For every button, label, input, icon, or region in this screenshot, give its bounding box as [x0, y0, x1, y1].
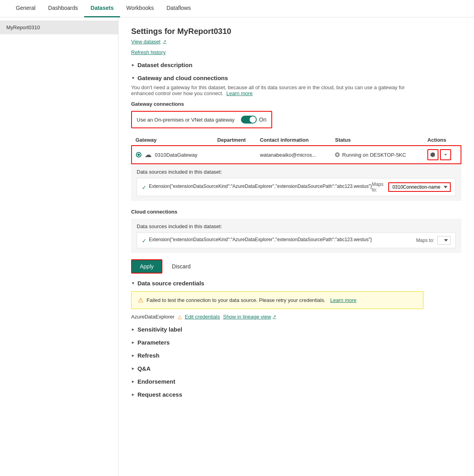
- endorsement-triangle: ►: [131, 379, 135, 384]
- check-icon: ✓: [142, 184, 147, 191]
- qa-header[interactable]: ► Q&A: [131, 365, 461, 372]
- warning-text: Failed to test the connection to your da…: [147, 297, 325, 303]
- nav-dataflows[interactable]: Dataflows: [160, 0, 197, 17]
- collapse-triangle: ►: [131, 63, 135, 67]
- qa-section: ► Q&A: [131, 365, 461, 372]
- gateway-section: ▼ Gateway and cloud connections You don'…: [131, 75, 461, 253]
- discard-button[interactable]: Discard: [166, 260, 197, 273]
- cloud-datasource-text: Extension{"extensionDataSourceKind":"Azu…: [149, 237, 372, 242]
- sidebar-item-myreport[interactable]: MyReport0310: [0, 21, 118, 34]
- gateway-toggle-row: Use an On-premises or VNet data gateway …: [131, 111, 272, 128]
- gateway-actions-cell: [423, 146, 461, 164]
- parameters-section: ► Parameters: [131, 339, 461, 346]
- gateway-table: Gateway Department Contact information S…: [131, 135, 461, 164]
- qa-triangle: ►: [131, 366, 135, 371]
- datasource-name: AzureDataExplorer: [131, 314, 175, 320]
- col-department: Department: [213, 135, 256, 146]
- edit-credentials-link[interactable]: Edit credentials: [185, 314, 220, 320]
- col-actions: Actions: [423, 135, 461, 146]
- cloud-connections-label: Cloud connections: [131, 209, 461, 215]
- credentials-warning-box: ⚠ Failed to test the connection to your …: [131, 291, 423, 309]
- col-status: Status: [331, 135, 423, 146]
- refresh-triangle: ►: [131, 353, 135, 358]
- dataset-description-header[interactable]: ► Dataset description: [131, 62, 461, 68]
- cloud-maps-to-select[interactable]: [437, 236, 451, 245]
- cloud-data-sources-box: Data sources included in this dataset: ✓…: [131, 219, 461, 253]
- endorsement-header[interactable]: ► Endorsement: [131, 378, 461, 385]
- gateway-section-header[interactable]: ▼ Gateway and cloud connections: [131, 75, 461, 81]
- extra-sections: ► Sensitivity label ► Parameters ► Refre…: [131, 326, 461, 398]
- gateway-datasource-row: ✓ Extension{"extensionDataSourceKind":"A…: [137, 178, 456, 196]
- request-access-header[interactable]: ► Request access: [131, 391, 461, 398]
- nav-dashboards[interactable]: Dashboards: [42, 0, 85, 17]
- data-source-credentials-section: ▼ Data source credentials ⚠ Failed to te…: [131, 280, 461, 320]
- cloud-datasource-row: ✓ Extension{"extensionDataSourceKind":"A…: [137, 232, 456, 248]
- gateway-maps-to-select[interactable]: 0310Connection-name: [388, 182, 451, 192]
- gateway-data-sources-box: Data sources included in this dataset: ✓…: [131, 164, 461, 201]
- refresh-section: ► Refresh: [131, 352, 461, 359]
- external-link-icon: ↗: [163, 39, 166, 44]
- request-access-section: ► Request access: [131, 391, 461, 398]
- top-navigation: General Dashboards Datasets Workbooks Da…: [0, 0, 474, 17]
- nav-workbooks[interactable]: Workbooks: [120, 0, 160, 17]
- status-indicator: [335, 152, 340, 157]
- col-gateway: Gateway: [132, 135, 213, 146]
- lineage-external-icon: ↗: [273, 314, 276, 319]
- gateway-toggle-switch[interactable]: [241, 116, 257, 124]
- collapse-triangle-gateway: ▼: [131, 76, 135, 80]
- gateway-data-sources-label: Data sources included in this dataset:: [137, 169, 456, 175]
- col-contact: Contact information: [256, 135, 331, 146]
- gateway-settings-button[interactable]: [427, 149, 438, 160]
- collapse-triangle-credentials: ▼: [131, 281, 135, 285]
- dataset-description-section: ► Dataset description: [131, 62, 461, 68]
- warning-circle-icon: ⚠: [138, 296, 143, 304]
- request-access-triangle: ►: [131, 392, 135, 397]
- gateway-name: 0310DataGateway: [155, 152, 198, 158]
- sensitivity-triangle: ►: [131, 327, 135, 332]
- gateway-department-cell: [213, 146, 256, 164]
- nav-datasets[interactable]: Datasets: [84, 0, 120, 17]
- action-buttons-row: Apply Discard: [131, 259, 461, 274]
- gateway-learn-more-link[interactable]: Learn more: [226, 90, 252, 96]
- gateway-connections-label: Gateway connections: [131, 101, 461, 107]
- page-layout: MyReport0310 Settings for MyReport0310 V…: [0, 17, 474, 476]
- parameters-header[interactable]: ► Parameters: [131, 339, 461, 346]
- gateway-status-cell: Running on DESKTOP-5KC: [331, 146, 423, 164]
- credentials-section-header[interactable]: ▼ Data source credentials: [131, 280, 461, 287]
- gateway-expand-button[interactable]: [440, 149, 451, 160]
- sensitivity-header[interactable]: ► Sensitivity label: [131, 326, 461, 333]
- page-title: Settings for MyReport0310: [131, 27, 461, 36]
- gateway-name-cell: ☁ 0310DataGateway: [132, 146, 213, 164]
- toggle-description: Use an On-premises or VNet data gateway: [137, 117, 235, 123]
- toggle-state-label: On: [259, 116, 267, 123]
- gateway-datasource-text: Extension{"extensionDataSourceKind":"Azu…: [149, 184, 372, 189]
- maps-to-label: Maps to:: [372, 182, 385, 193]
- cloud-maps-to-label: Maps to:: [416, 238, 434, 243]
- cloud-gateway-icon: ☁: [145, 150, 152, 159]
- gateway-radio-button[interactable]: [136, 152, 141, 157]
- sidebar: MyReport0310: [0, 17, 118, 476]
- gateway-description: You don't need a gateway for this datase…: [131, 84, 423, 96]
- warn-triangle-icon: △: [178, 314, 182, 320]
- refresh-header[interactable]: ► Refresh: [131, 352, 461, 359]
- gateway-table-row: ☁ 0310DataGateway watanabeaiko@micros...: [132, 146, 461, 164]
- apply-button[interactable]: Apply: [131, 259, 162, 274]
- show-lineage-link[interactable]: Show in lineage view ↗: [223, 314, 276, 320]
- refresh-history-link[interactable]: Refresh history: [131, 49, 461, 55]
- gateway-contact-cell: watanabeaiko@micros...: [256, 146, 331, 164]
- svg-point-0: [336, 154, 339, 156]
- status-text: Running on DESKTOP-5KC: [342, 152, 406, 158]
- cloud-data-sources-label: Data sources included in this dataset:: [137, 223, 456, 229]
- nav-general[interactable]: General: [9, 0, 42, 17]
- credentials-info-row: AzureDataExplorer △ Edit credentials Sho…: [131, 314, 461, 320]
- cloud-check-icon: ✓: [142, 238, 147, 244]
- endorsement-section: ► Endorsement: [131, 378, 461, 385]
- main-content: Settings for MyReport0310 View dataset ↗…: [118, 17, 474, 476]
- view-dataset-link[interactable]: View dataset ↗: [131, 39, 166, 45]
- parameters-triangle: ►: [131, 340, 135, 345]
- sensitivity-label-section: ► Sensitivity label: [131, 326, 461, 333]
- credentials-learn-more-link[interactable]: Learn more: [330, 297, 356, 303]
